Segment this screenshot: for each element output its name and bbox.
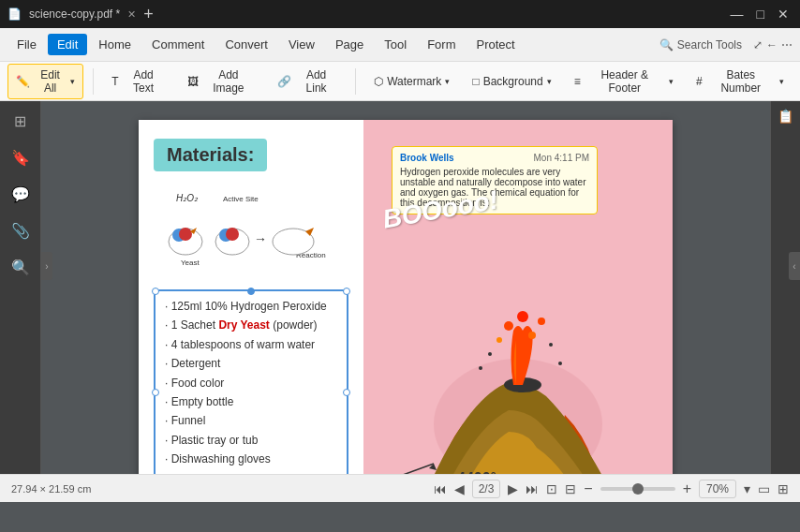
- svg-text:→: →: [254, 231, 267, 246]
- menu-page[interactable]: Page: [326, 34, 373, 55]
- materials-items-list: 125ml 10% Hydrogen Peroxide 1 Sachet Dry…: [165, 297, 337, 474]
- svg-point-23: [479, 366, 482, 370]
- fit-page-button[interactable]: ⊡: [546, 481, 557, 496]
- prev-page-button[interactable]: ◀: [454, 481, 465, 496]
- document-area[interactable]: Materials: H₂O₂ Active Site Reaction Yea…: [41, 101, 770, 474]
- single-page-view-button[interactable]: ▭: [758, 481, 770, 496]
- status-right: ⏮ ◀ 2/3 ▶ ⏭ ⊡ ⊟ − + 70% ▾ ▭ ⊞: [434, 480, 789, 498]
- svg-point-6: [179, 228, 192, 241]
- background-button[interactable]: □ Background ▾: [464, 70, 559, 93]
- forward-icon[interactable]: ⋯: [781, 38, 793, 52]
- last-page-button[interactable]: ⏭: [526, 481, 539, 496]
- search-icon[interactable]: 🔍: [7, 255, 34, 280]
- handle-top-left[interactable]: [152, 288, 159, 295]
- new-tab-button[interactable]: +: [143, 5, 154, 24]
- main-area: ⊞ 🔖 💬 📎 🔍 › Materials: H₂O₂ Active Site: [0, 101, 800, 474]
- menu-comment[interactable]: Comment: [142, 34, 214, 55]
- svg-line-25: [382, 464, 434, 474]
- link-icon: 🔗: [277, 75, 291, 88]
- continuous-view-button[interactable]: ⊞: [778, 481, 789, 496]
- fit-width-button[interactable]: ⊟: [565, 481, 576, 496]
- menu-protect[interactable]: Protect: [467, 34, 524, 55]
- header-footer-button[interactable]: ≡ Header & Footer ▾: [566, 64, 682, 99]
- zoom-in-button[interactable]: +: [683, 480, 691, 497]
- svg-point-17: [528, 332, 536, 339]
- menu-bar: File Edit Home Comment Convert View Page…: [0, 28, 800, 62]
- list-item: 125ml 10% Hydrogen Peroxide: [165, 297, 337, 316]
- menu-file[interactable]: File: [7, 34, 46, 55]
- edit-icon: ✏️: [16, 75, 30, 88]
- properties-icon[interactable]: 📋: [778, 109, 793, 124]
- handle-mid-left[interactable]: [152, 389, 159, 396]
- edit-all-button[interactable]: ✏️ Edit All ▾: [7, 64, 83, 99]
- bookmark-icon[interactable]: 🔖: [7, 145, 34, 170]
- temperature-value: 4400°c: [457, 470, 505, 474]
- tab-close-icon[interactable]: ✕: [127, 8, 136, 21]
- add-text-button[interactable]: T Add Text: [103, 64, 172, 99]
- menu-edit[interactable]: Edit: [48, 34, 87, 55]
- menu-home[interactable]: Home: [89, 34, 141, 55]
- filename: science-copy.pdf *: [29, 7, 120, 21]
- svg-point-21: [488, 352, 492, 356]
- materials-header: Materials:: [154, 139, 267, 171]
- zoom-slider[interactable]: [600, 487, 675, 491]
- image-icon: 🖼: [187, 75, 199, 88]
- zoom-level[interactable]: 70%: [699, 480, 736, 498]
- list-item: Plastic tray or tub: [165, 431, 337, 450]
- list-item: Safty goggles: [165, 469, 337, 474]
- watermark-button[interactable]: ⬡ Watermark ▾: [365, 70, 458, 93]
- attachment-icon[interactable]: 📎: [7, 218, 34, 244]
- back-icon[interactable]: ←: [766, 38, 778, 52]
- window-controls: — □ ✕: [727, 7, 793, 22]
- right-sidebar-toggle[interactable]: ‹: [789, 252, 800, 280]
- bates-number-button[interactable]: # Bates Number ▾: [688, 64, 793, 99]
- close-button[interactable]: ✕: [774, 7, 793, 22]
- list-item: Empty bottle: [165, 392, 337, 411]
- status-bar: 27.94 × 21.59 cm ⏮ ◀ 2/3 ▶ ⏭ ⊡ ⊟ − + 70%…: [0, 474, 800, 502]
- add-image-button[interactable]: 🖼 Add Image: [179, 64, 263, 99]
- maximize-button[interactable]: □: [753, 7, 768, 22]
- pdf-page: Materials: H₂O₂ Active Site Reaction Yea…: [139, 120, 673, 474]
- annotation-header: Brook Wells Mon 4:11 PM: [400, 153, 589, 163]
- svg-point-22: [549, 343, 553, 347]
- expand-icon[interactable]: ⤢: [753, 38, 763, 52]
- left-panel: ⊞ 🔖 💬 📎 🔍: [0, 101, 41, 474]
- menu-view[interactable]: View: [279, 34, 324, 55]
- minimize-button[interactable]: —: [727, 7, 748, 22]
- handle-top-right[interactable]: [343, 288, 350, 295]
- sidebar-toggle[interactable]: ›: [41, 252, 52, 280]
- zoom-thumb[interactable]: [632, 483, 644, 495]
- dropdown-arrow-icon: ▾: [70, 77, 75, 86]
- toolbar: ✏️ Edit All ▾ T Add Text 🖼 Add Image 🔗 A…: [0, 62, 800, 101]
- enzyme-diagram: H₂O₂ Active Site Reaction Yeast: [154, 190, 348, 274]
- background-icon: □: [472, 75, 479, 88]
- handle-mid-right[interactable]: [343, 389, 350, 396]
- svg-text:Active Site: Active Site: [223, 195, 259, 203]
- menu-tools[interactable]: Tool: [375, 34, 416, 55]
- title-bar: 📄 science-copy.pdf * ✕ + — □ ✕: [0, 0, 800, 28]
- svg-point-18: [517, 311, 528, 322]
- page-left-content: Materials: H₂O₂ Active Site Reaction Yea…: [139, 120, 363, 474]
- menu-convert[interactable]: Convert: [215, 34, 277, 55]
- first-page-button[interactable]: ⏮: [434, 481, 447, 496]
- app-icon: 📄: [7, 7, 22, 21]
- dropdown-arrow-icon: ▾: [445, 77, 450, 86]
- next-page-button[interactable]: ▶: [508, 481, 518, 496]
- add-link-button[interactable]: 🔗 Add Link: [269, 64, 346, 99]
- dropdown-arrow-icon: ▾: [669, 77, 674, 86]
- list-item: 4 tablespoons of warm water: [165, 335, 337, 354]
- zoom-dropdown-button[interactable]: ▾: [744, 481, 750, 496]
- page-info[interactable]: 2/3: [472, 480, 501, 498]
- svg-text:Yeast: Yeast: [181, 259, 200, 267]
- comment-icon[interactable]: 💬: [7, 182, 34, 207]
- zoom-out-button[interactable]: −: [584, 480, 592, 497]
- materials-list: 125ml 10% Hydrogen Peroxide 1 Sachet Dry…: [154, 289, 348, 474]
- volcano-container: [363, 303, 673, 474]
- svg-text:H₂O₂: H₂O₂: [176, 193, 199, 203]
- pages-icon[interactable]: ⊞: [10, 109, 30, 134]
- handle-top-mid[interactable]: [247, 288, 255, 295]
- svg-point-16: [504, 321, 513, 331]
- menu-form[interactable]: Form: [418, 34, 465, 55]
- text-icon: T: [111, 75, 118, 88]
- search-tools-label[interactable]: Search Tools: [677, 38, 742, 52]
